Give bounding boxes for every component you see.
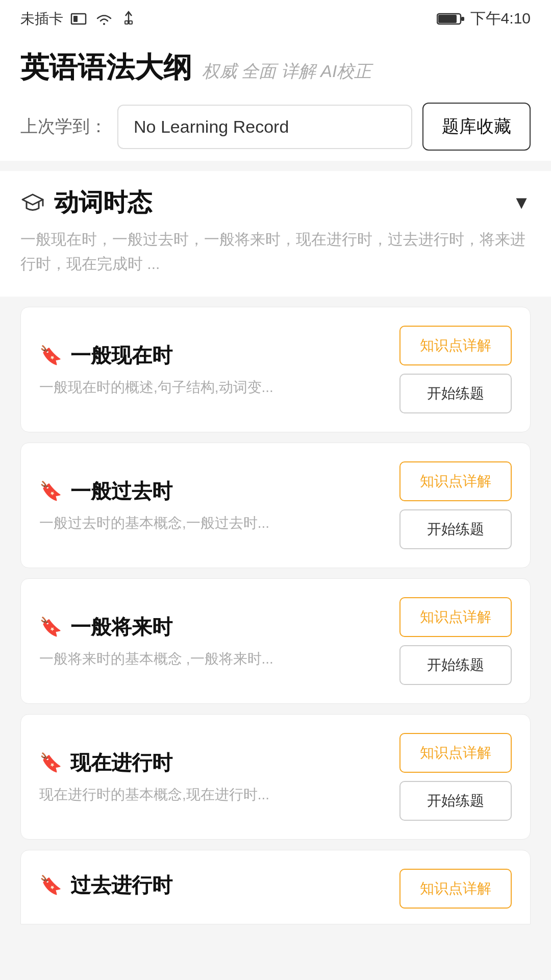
- detail-button-4[interactable]: 知识点详解: [399, 733, 512, 773]
- svg-rect-4: [129, 21, 132, 24]
- section-header-area: 动词时态 ▼ 一般现在时，一般过去时，一般将来时，现在进行时，过去进行时，将来进…: [0, 171, 551, 297]
- practice-button-2[interactable]: 开始练题: [399, 509, 512, 549]
- topic-card-3-right: 知识点详解 开始练题: [399, 597, 512, 685]
- status-left: 未插卡: [20, 9, 137, 29]
- topic-card-1-desc: 一般现在时的概述,句子结构,动词变...: [39, 377, 384, 398]
- question-bank-button[interactable]: 题库收藏: [422, 103, 531, 151]
- storage-icon: [69, 10, 88, 28]
- battery-icon: [437, 11, 465, 27]
- topic-card-4-title-row: 🔖 现在进行时: [39, 749, 384, 777]
- topic-card-5: 🔖 过去进行时 知识点详解: [20, 850, 531, 924]
- topic-card-2-title: 一般过去时: [70, 477, 172, 505]
- wifi-icon: [94, 10, 114, 28]
- topic-card-1-title-row: 🔖 一般现在时: [39, 341, 384, 370]
- topic-card-3-left: 🔖 一般将来时 一般将来时的基本概念 ,一般将来时...: [39, 613, 399, 670]
- topic-card-2-title-row: 🔖 一般过去时: [39, 477, 384, 505]
- svg-rect-6: [438, 15, 457, 23]
- section-header: 动词时态 ▼: [20, 186, 531, 219]
- topic-card-1-right: 知识点详解 开始练题: [399, 326, 512, 413]
- practice-button-4[interactable]: 开始练题: [399, 781, 512, 821]
- detail-button-1[interactable]: 知识点详解: [399, 326, 512, 365]
- app-title: 英语语法大纲: [20, 48, 192, 87]
- topic-card-5-right: 知识点详解: [399, 869, 512, 909]
- last-learned-value: No Learning Record: [117, 105, 412, 149]
- topic-card-2-right: 知识点详解 开始练题: [399, 461, 512, 549]
- bookmark-icon-1: 🔖: [39, 345, 62, 366]
- graduation-cap-icon: [20, 190, 45, 215]
- topic-card-3-title-row: 🔖 一般将来时: [39, 613, 384, 641]
- topic-card-5-left: 🔖 过去进行时: [39, 871, 399, 906]
- svg-marker-8: [22, 194, 43, 205]
- bookmark-icon-5: 🔖: [39, 874, 62, 896]
- topic-card-1: 🔖 一般现在时 一般现在时的概述,句子结构,动词变... 知识点详解 开始练题: [20, 307, 531, 432]
- header: 英语语法大纲 权威 全面 详解 AI校正 上次学到： No Learning R…: [0, 33, 551, 161]
- header-bottom-row: 上次学到： No Learning Record 题库收藏: [20, 103, 531, 151]
- detail-button-3[interactable]: 知识点详解: [399, 597, 512, 637]
- bookmark-icon-4: 🔖: [39, 752, 62, 773]
- topic-card-4-desc: 现在进行时的基本概念,现在进行时...: [39, 784, 384, 805]
- topic-card-3-title: 一般将来时: [70, 613, 172, 641]
- topic-card-4-right: 知识点详解 开始练题: [399, 733, 512, 821]
- chevron-down-icon[interactable]: ▼: [512, 192, 531, 213]
- topic-card-4-title: 现在进行时: [70, 749, 172, 777]
- sim-status: 未插卡: [20, 9, 63, 29]
- topic-card-1-title: 一般现在时: [70, 341, 172, 370]
- header-title-row: 英语语法大纲 权威 全面 详解 AI校正: [20, 48, 531, 87]
- svg-rect-1: [73, 16, 78, 22]
- status-bar: 未插卡 下午4:10: [0, 0, 551, 33]
- usb-icon: [120, 10, 137, 28]
- topic-card-1-left: 🔖 一般现在时 一般现在时的概述,句子结构,动词变...: [39, 341, 399, 398]
- topic-card-5-title: 过去进行时: [70, 871, 172, 899]
- bookmark-icon-2: 🔖: [39, 480, 62, 502]
- last-learned-label: 上次学到：: [20, 115, 107, 138]
- topic-card-2-desc: 一般过去时的基本概念,一般过去时...: [39, 512, 384, 534]
- practice-button-3[interactable]: 开始练题: [399, 645, 512, 685]
- time-display: 下午4:10: [470, 8, 531, 29]
- practice-button-1[interactable]: 开始练题: [399, 374, 512, 413]
- section-header-left: 动词时态: [20, 186, 152, 219]
- svg-rect-3: [125, 21, 128, 24]
- svg-rect-7: [461, 17, 464, 21]
- topic-card-2-left: 🔖 一般过去时 一般过去时的基本概念,一般过去时...: [39, 477, 399, 534]
- detail-button-2[interactable]: 知识点详解: [399, 461, 512, 501]
- topic-card-4-left: 🔖 现在进行时 现在进行时的基本概念,现在进行时...: [39, 749, 399, 805]
- topic-card-2: 🔖 一般过去时 一般过去时的基本概念,一般过去时... 知识点详解 开始练题: [20, 443, 531, 568]
- status-right: 下午4:10: [437, 8, 531, 29]
- section-subtitle: 一般现在时，一般过去时，一般将来时，现在进行时，过去进行时，将来进行时，现在完成…: [20, 227, 531, 276]
- topic-card-4: 🔖 现在进行时 现在进行时的基本概念,现在进行时... 知识点详解 开始练题: [20, 714, 531, 840]
- topic-cards-container: 🔖 一般现在时 一般现在时的概述,句子结构,动词变... 知识点详解 开始练题 …: [0, 307, 551, 940]
- topic-card-3: 🔖 一般将来时 一般将来时的基本概念 ,一般将来时... 知识点详解 开始练题: [20, 578, 531, 704]
- section-title: 动词时态: [54, 186, 152, 219]
- topic-card-5-title-row: 🔖 过去进行时: [39, 871, 384, 899]
- detail-button-5[interactable]: 知识点详解: [399, 869, 512, 909]
- topic-card-3-desc: 一般将来时的基本概念 ,一般将来时...: [39, 648, 384, 670]
- bookmark-icon-3: 🔖: [39, 616, 62, 638]
- app-subtitle: 权威 全面 详解 AI校正: [202, 60, 371, 83]
